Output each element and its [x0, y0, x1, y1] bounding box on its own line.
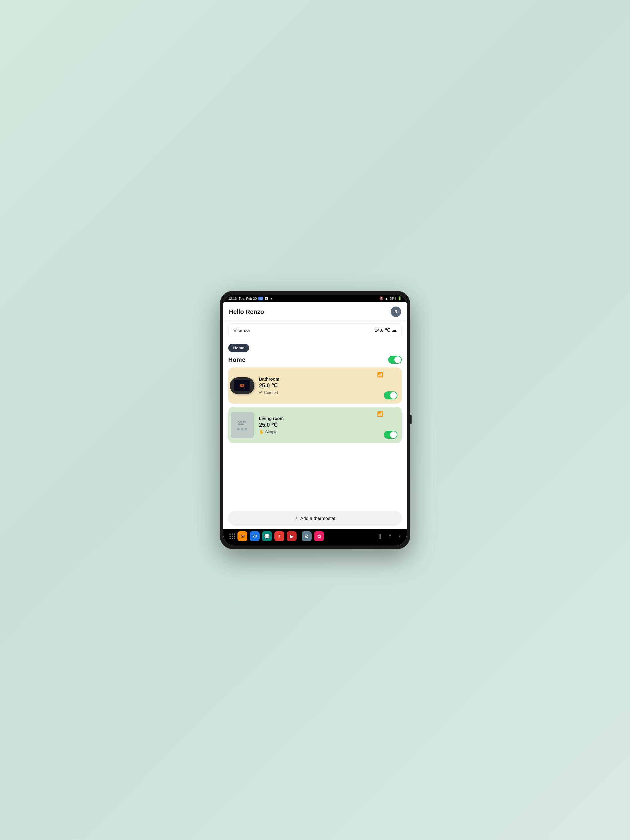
plus-icon: + — [295, 515, 298, 521]
grid-dot — [234, 538, 235, 539]
home-button[interactable]: ○ — [388, 534, 392, 539]
bathroom-thermostat-image: 88 — [228, 372, 256, 399]
bathroom-mode-icon: ☀ — [259, 390, 263, 395]
bathroom-name: Bathroom — [259, 377, 397, 382]
main-scroll: Home Home 88 Bathroom — [223, 340, 407, 529]
bathroom-wifi-icon: 📶 — [377, 372, 383, 377]
grid-dot — [234, 535, 235, 537]
living-thermostat-image: 22° — [228, 411, 256, 439]
living-info: Living room 25.0 ℃ ✋ Simple — [259, 416, 397, 434]
status-date: Tue, Feb 20 — [239, 297, 257, 300]
bathroom-card[interactable]: 88 Bathroom 25.0 ℃ ☀ Comfort — [228, 368, 402, 404]
app-title: Hello Renzo — [229, 308, 264, 316]
settings-icon[interactable]: ⚙ — [302, 531, 312, 541]
living-device: 22° — [231, 412, 254, 438]
add-thermostat-button[interactable]: + Add a thermostat — [228, 511, 402, 526]
battery-level: 95% — [389, 297, 396, 300]
mute-icon: 🔇 — [379, 297, 384, 300]
wifi-status: ▲ — [385, 297, 388, 300]
youtube-music-icon[interactable]: ♪ — [274, 531, 284, 541]
device-bottom: ✉ 20 💬 ♪ ▶ ⚙ ✿ ||| ○ ‹ — [223, 529, 407, 545]
bathroom-mode: ☀ Comfort — [259, 390, 397, 395]
living-dots — [237, 428, 247, 431]
living-card[interactable]: 22° Living room 25.0 ℃ — [228, 407, 402, 443]
living-mode-icon: ✋ — [259, 429, 264, 434]
app-drawer-button[interactable] — [230, 534, 235, 539]
dot-indicator: ● — [270, 297, 272, 300]
add-thermostat-label: Add a thermostat — [300, 516, 335, 521]
spacer — [228, 446, 402, 511]
living-toggle[interactable] — [384, 431, 397, 439]
avatar[interactable]: R — [391, 306, 401, 317]
grid-dot — [232, 535, 233, 537]
grid-dot — [234, 534, 235, 535]
app-content: Hello Renzo R Vicenza 14.6 ℃ ☁ Home — [223, 302, 407, 529]
back-button[interactable]: ‹ — [399, 534, 400, 539]
bathroom-screen: 88 — [234, 380, 250, 391]
bathroom-toggle[interactable] — [384, 392, 397, 399]
grid-dot — [230, 538, 231, 539]
status-right: 🔇 ▲ 95% 🔋 — [379, 297, 402, 300]
youtube-icon[interactable]: ▶ — [287, 531, 296, 541]
petal-icon[interactable]: ✿ — [314, 531, 324, 541]
notification-icons: 🖼 — [265, 297, 268, 300]
living-name: Living room — [259, 416, 397, 421]
weather-card[interactable]: Vicenza 14.6 ℃ ☁ — [228, 324, 402, 337]
grid-dot — [230, 535, 231, 537]
dot-2 — [241, 428, 243, 431]
cloud-icon: ☁ — [392, 327, 397, 333]
status-bar: 12:16 Tue, Feb 20 G 🖼 ● 🔇 ▲ 95% 🔋 — [223, 295, 407, 302]
living-temp: 25.0 ℃ — [259, 422, 397, 428]
living-mode: ✋ Simple — [259, 429, 397, 434]
status-time: 12:16 — [228, 297, 237, 300]
bathroom-temp: 25.0 ℃ — [259, 382, 397, 389]
bathroom-device: 88 — [230, 377, 255, 394]
battery-icon: 🔋 — [397, 297, 402, 300]
home-pill[interactable]: Home — [228, 344, 249, 352]
grid-dot — [230, 534, 231, 535]
city-name: Vicenza — [233, 328, 250, 333]
samsung-email-icon[interactable]: ✉ — [237, 531, 247, 541]
home-pill-label: Home — [233, 346, 244, 350]
section-header: Home — [228, 356, 402, 364]
status-left: 12:16 Tue, Feb 20 G 🖼 ● — [228, 297, 272, 300]
home-toggle[interactable] — [388, 356, 402, 364]
dot-1 — [237, 428, 240, 431]
dot-3 — [245, 428, 247, 431]
weather-right: 14.6 ℃ ☁ — [375, 327, 397, 333]
recents-button[interactable]: ||| — [377, 534, 381, 539]
messages-icon[interactable]: 💬 — [262, 531, 272, 541]
section-title: Home — [228, 356, 245, 363]
screen: 12:16 Tue, Feb 20 G 🖼 ● 🔇 ▲ 95% 🔋 Hello … — [223, 295, 407, 545]
calendar-icon[interactable]: 20 — [250, 531, 260, 541]
bathroom-mode-label: Comfort — [264, 390, 278, 395]
grid-dot — [232, 534, 233, 535]
nav-divider — [299, 532, 299, 541]
device-frame: 12:16 Tue, Feb 20 G 🖼 ● 🔇 ▲ 95% 🔋 Hello … — [220, 291, 410, 549]
grid-dot — [232, 538, 233, 539]
google-badge: G — [258, 297, 263, 300]
app-header: Hello Renzo R — [223, 302, 407, 321]
bathroom-info: Bathroom 25.0 ℃ ☀ Comfort — [259, 377, 397, 395]
living-mode-label: Simple — [265, 429, 277, 434]
living-wifi-icon: 📶 — [377, 411, 383, 417]
taskbar: ✉ 20 💬 ♪ ▶ ⚙ ✿ ||| ○ ‹ — [230, 531, 400, 541]
nav-gestures: ||| ○ ‹ — [377, 534, 400, 539]
living-screen: 22° — [238, 420, 246, 426]
temperature: 14.6 ℃ — [375, 327, 390, 333]
side-button[interactable] — [410, 415, 412, 424]
